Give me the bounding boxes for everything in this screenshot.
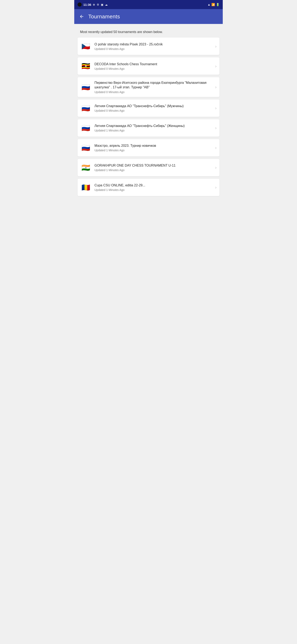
chevron-right-icon: ›	[215, 106, 217, 110]
back-button[interactable]	[77, 12, 86, 21]
status-bar: 11:36 ⊕ ⚙ ▣ ☁ ▲ 📶 🔋	[74, 0, 223, 9]
tournament-item[interactable]: 🇷🇴 Cupa CSU ONLINE, editia 22-29... Upda…	[77, 179, 220, 196]
flag-icon: 🇷🇺	[80, 122, 91, 133]
tournament-info: Маэстро, апрель 2023. Турнир новичков Up…	[94, 144, 214, 152]
flag-icon: 🇨🇿	[80, 41, 91, 52]
wifi-icon: ▲	[208, 3, 210, 6]
tournament-item[interactable]: 🇨🇿 O pohár starosty města Písek 2023 - 2…	[77, 38, 220, 55]
tournament-name: Cupa CSU ONLINE, editia 22-29...	[94, 183, 214, 188]
flag-icon: 🇷🇺	[80, 142, 91, 153]
tournament-info: Cupa CSU ONLINE, editia 22-29... Updated…	[94, 183, 214, 192]
status-bar-left: 11:36 ⊕ ⚙ ▣ ☁	[77, 2, 108, 6]
tournament-updated: Updated 0 Minutes Ago	[94, 47, 214, 50]
tournament-item[interactable]: 🇷🇺 Первенство Верх-Исетского района горо…	[77, 77, 220, 97]
tournament-name: Первенство Верх-Исетского района города …	[94, 80, 214, 90]
sd-card-icon: ▣	[101, 3, 103, 6]
tournament-updated: Updated 1 Minutes Ago	[94, 188, 214, 192]
tournament-updated: Updated 1 Minutes Ago	[94, 168, 214, 172]
status-icons-right: ▲ 📶 🔋	[208, 3, 220, 6]
tournament-info: Летняя Спартакиада АО "Транснефть-Сибирь…	[94, 124, 214, 132]
tournament-item[interactable]: 🇷🇺 Летняя Спартакиада АО "Транснефть-Сиб…	[77, 119, 220, 137]
tournament-info: Первенство Верх-Исетского района города …	[94, 80, 214, 94]
tournament-updated: Updated 0 Minutes Ago	[94, 90, 214, 94]
status-time: 11:36	[83, 3, 91, 6]
tournament-info: Летняя Спартакиада АО "Транснефть-Сибирь…	[94, 104, 214, 112]
tournament-item[interactable]: 🇷🇺 Летняя Спартакиада АО "Транснефть-Сиб…	[77, 100, 220, 117]
chevron-right-icon: ›	[215, 44, 217, 49]
chevron-right-icon: ›	[215, 145, 217, 150]
chevron-right-icon: ›	[215, 85, 217, 90]
tournament-updated: Updated 1 Minutes Ago	[94, 129, 214, 132]
flag-icon: 🇮🇳	[80, 162, 91, 173]
battery-icon: 🔋	[216, 3, 220, 6]
info-text: Most recently updated 50 tournaments are…	[74, 24, 223, 38]
chevron-right-icon: ›	[215, 64, 217, 68]
tournament-item[interactable]: 🇮🇳 GORAKHPUR ONE DAY CHESS TOURNAMENT U-…	[77, 159, 220, 176]
android-icon: ⊕	[93, 3, 95, 6]
tournament-info: GORAKHPUR ONE DAY CHESS TOURNAMENT U-11 …	[94, 163, 214, 172]
tournament-name: Летняя Спартакиада АО "Транснефть-Сибирь…	[94, 104, 214, 108]
tournament-info: DECODA Inter Schools Chess Tournament Up…	[94, 62, 214, 70]
flag-icon: 🇷🇺	[80, 103, 91, 114]
flag-icon: 🇷🇺	[80, 82, 91, 92]
app-bar: Tournaments	[74, 9, 223, 24]
flag-icon: 🇺🇬	[80, 61, 91, 72]
tournament-name: Маэстро, апрель 2023. Турнир новичков	[94, 144, 214, 148]
tournament-updated: Updated 0 Minutes Ago	[94, 109, 214, 112]
cloud-icon: ☁	[105, 3, 108, 6]
chevron-right-icon: ›	[215, 165, 217, 170]
page-title: Tournaments	[88, 14, 120, 20]
tournament-item[interactable]: 🇺🇬 DECODA Inter Schools Chess Tournament…	[77, 58, 220, 75]
tournament-info: O pohár starosty města Písek 2023 - 25.r…	[94, 42, 214, 51]
tournament-updated: Updated 0 Minutes Ago	[94, 67, 214, 70]
camera-notch	[77, 2, 82, 6]
tournament-name: GORAKHPUR ONE DAY CHESS TOURNAMENT U-11	[94, 163, 214, 168]
chevron-right-icon: ›	[215, 126, 217, 130]
tournament-list: 🇨🇿 O pohár starosty města Písek 2023 - 2…	[74, 38, 223, 202]
tournament-item[interactable]: 🇷🇺 Маэстро, апрель 2023. Турнир новичков…	[77, 139, 220, 156]
flag-icon: 🇷🇴	[80, 182, 91, 193]
settings-icon: ⚙	[97, 3, 99, 6]
tournament-name: Летняя Спартакиада АО "Транснефть-Сибирь…	[94, 124, 214, 128]
chevron-right-icon: ›	[215, 185, 217, 190]
tournament-name: O pohár starosty města Písek 2023 - 25.r…	[94, 42, 214, 47]
tournament-updated: Updated 1 Minutes Ago	[94, 148, 214, 152]
tournament-name: DECODA Inter Schools Chess Tournament	[94, 62, 214, 66]
signal-icon: 📶	[211, 3, 215, 6]
